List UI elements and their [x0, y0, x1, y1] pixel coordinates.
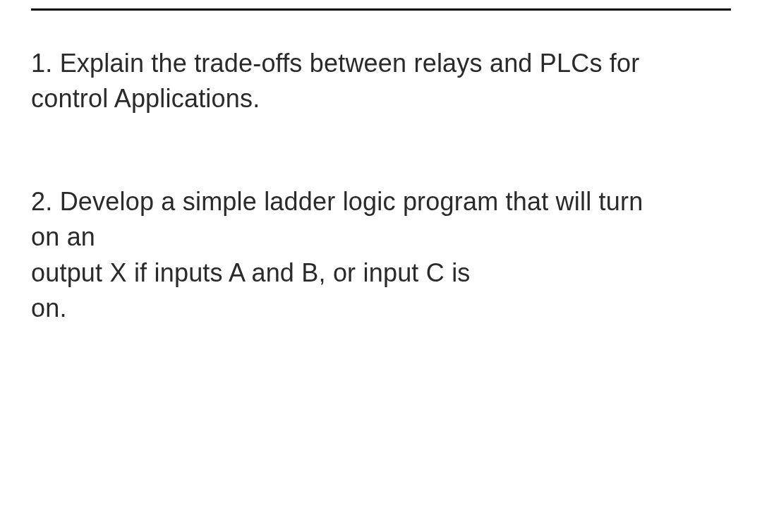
question-1-line-1: 1. Explain the trade-offs between relays… — [31, 46, 731, 81]
question-2-line-2: on an — [31, 219, 731, 255]
question-2-line-1: 2. Develop a simple ladder logic program… — [31, 184, 731, 219]
question-2-line-4: on. — [31, 291, 731, 326]
question-2: 2. Develop a simple ladder logic program… — [31, 184, 731, 327]
horizontal-divider — [31, 8, 731, 11]
document-container: 1. Explain the trade-offs between relays… — [0, 8, 762, 326]
question-1-line-2: control Applications. — [31, 81, 731, 116]
question-1: 1. Explain the trade-offs between relays… — [31, 46, 731, 117]
question-2-line-3: output X if inputs A and B, or input C i… — [31, 255, 731, 291]
